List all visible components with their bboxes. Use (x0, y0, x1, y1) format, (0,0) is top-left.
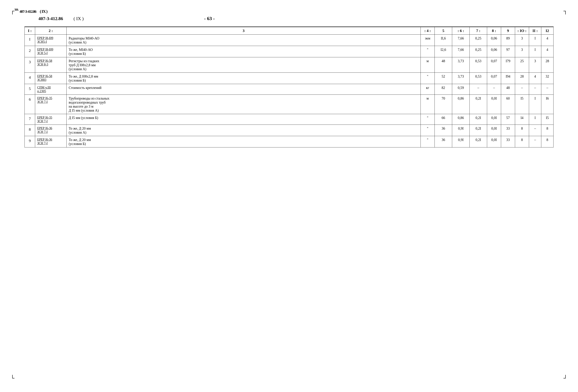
row-code: ЕРЕР I8-I09ЗСН5-I (35, 35, 67, 46)
row-val-7: 0,07 (487, 73, 501, 84)
row-val-6: 0,2I (470, 114, 487, 125)
row-val-10: – (529, 136, 541, 147)
row-number: 8 (25, 125, 35, 136)
row-val-9: 3 (515, 46, 529, 57)
header-code: 407-3-412.86 (39, 16, 63, 21)
row-description: Радиаторы MI40-АО (условия А) (67, 35, 421, 46)
row-val-11: 8 (541, 125, 554, 136)
row-number: 4 (25, 73, 35, 84)
row-description: То же, Д I08x2,8 мм (условия Б) (67, 73, 421, 84)
row-val-6: 0,53 (470, 73, 487, 84)
data-table: I : 2 : 3 : 4 : 5 : 6 : 7 : 8 : 9 : IO :… (24, 27, 554, 147)
row-val-5: 0,59 (452, 84, 470, 95)
col-header-7: 7 : (470, 27, 487, 35)
col-header-11: II : (529, 27, 541, 35)
row-val-5: 7,66 (452, 46, 470, 57)
row-val-9: 8 (515, 136, 529, 147)
row-val-8: 60 (501, 95, 515, 114)
row-number: 7 (25, 114, 35, 125)
row-description: То же, MI40-АО (условия Б) (67, 46, 421, 57)
col-header-4: : 4 : (421, 27, 435, 35)
row-val-11: 4 (541, 46, 554, 57)
row-unit: м (421, 95, 435, 114)
row-number: 6 (25, 95, 35, 114)
row-val-7: 0,06 (487, 46, 501, 57)
row-val-6: 0,2I (470, 136, 487, 147)
row-val-7: – (487, 84, 501, 95)
table-row: 6ЕРЕР I6-35ЗСН 7-IТрубопроводы из стальн… (25, 95, 554, 114)
row-code: ЕРЕР I6-36ЗСН 7-I (35, 125, 67, 136)
row-val-4: 36 (435, 125, 452, 136)
row-val-11: I5 (541, 114, 554, 125)
row-val-9: 8 (515, 125, 529, 136)
row-val-10: I (529, 46, 541, 57)
row-val-7: 0,0I (487, 95, 501, 114)
table-row: 4ЕРЕР I6-58ЗСН83То же, Д I08x2,8 мм (усл… (25, 73, 554, 84)
row-code: ЕРЕР I6-35ЗСН 7-I (35, 95, 67, 114)
row-val-10: – (529, 84, 541, 95)
row-val-9: 3 (515, 35, 529, 46)
row-val-4: 70 (435, 95, 452, 114)
row-val-8: 89 (501, 35, 515, 46)
row-val-10: I (529, 95, 541, 114)
row-val-11: 28 (541, 57, 554, 73)
corner-bottom-left: └ (10, 374, 14, 382)
row-val-9: I5 (515, 95, 529, 114)
row-val-10: I (529, 114, 541, 125)
row-val-8: 48 (501, 84, 515, 95)
row-val-9: 28 (515, 73, 529, 84)
table-row: 2ЕРЕР I8-I09ЗСН 5-IТо же, MI40-АО (услов… (25, 46, 554, 57)
row-description: То же, Д 20 мм (условия А) (67, 125, 421, 136)
row-val-7: 0,07 (487, 57, 501, 73)
row-val-6: 0,25 (470, 46, 487, 57)
row-unit: экм (421, 35, 435, 46)
row-val-11: – (541, 84, 554, 95)
col-header-6: : 6 : (452, 27, 470, 35)
row-val-6: 0,25 (470, 35, 487, 46)
row-val-4: 66 (435, 114, 452, 125)
row-description: Трубопроводы из стальных водогазопроводн… (67, 95, 421, 114)
row-val-8: 33 (501, 136, 515, 147)
table-row: 3ЕРЕР I6-58ЗСН 8-3Регистры из гладких тр… (25, 57, 554, 73)
row-val-8: 33 (501, 125, 515, 136)
table-row: 8ЕРЕР I6-36ЗСН 7-IТо же, Д 20 мм (услови… (25, 125, 554, 136)
row-val-8: I94 (501, 73, 515, 84)
row-val-11: I6 (541, 95, 554, 114)
row-val-5: 0,9I (452, 125, 470, 136)
column-header-row: I : 2 : 3 : 4 : 5 : 6 : 7 : 8 : 9 : IO :… (25, 27, 554, 35)
table-row: IЕРЕР I8-I09ЗСН5-IРадиаторы MI40-АО (усл… (25, 35, 554, 46)
main-table-container: I : 2 : 3 : 4 : 5 : 6 : 7 : 8 : 9 : IO :… (24, 27, 554, 147)
row-val-4: 36 (435, 136, 452, 147)
row-unit: " (421, 114, 435, 125)
row-val-9: – (515, 84, 529, 95)
corner-top-left: ┌т.п. 407-3-412.86 ( IX ) (10, 7, 47, 14)
row-val-5: 3,73 (452, 73, 470, 84)
header-page: - 63 - (204, 16, 215, 21)
row-code: ЕРЕР I6-36ЗСН 7-I (35, 136, 67, 147)
row-code: СПМ ч.IIIп.2305 (35, 84, 67, 95)
col-header-3: 3 (67, 27, 421, 35)
col-header-12: I2 (541, 27, 554, 35)
col-header-10: : IO : (515, 27, 529, 35)
row-val-6: 0,2I (470, 125, 487, 136)
row-description: Д I5 мм (условия Б) (67, 114, 421, 125)
table-row: 7ЕРЕР I6-35ЗСН 7-IД I5 мм (условия Б)"66… (25, 114, 554, 125)
row-number: 3 (25, 57, 35, 73)
row-description: Стоимость креплений (67, 84, 421, 95)
row-val-10: – (529, 125, 541, 136)
row-code: ЕРЕР I6-35ЗСН 7-I (35, 114, 67, 125)
col-header-1: I : (25, 27, 35, 35)
row-val-5: 7,66 (452, 35, 470, 46)
row-val-4: 52 (435, 73, 452, 84)
row-val-6: – (470, 84, 487, 95)
page: ┌т.п. 407-3-412.86 ( IX ) ┐ └ ┘ 407-3-41… (0, 0, 578, 392)
row-number: 5 (25, 84, 35, 95)
row-val-5: 0,9I (452, 136, 470, 147)
row-val-7: 0,0I (487, 114, 501, 125)
corner-top-right: ┐ (564, 7, 568, 14)
row-unit: кг (421, 84, 435, 95)
row-val-4: 82 (435, 84, 452, 95)
row-code: ЕРЕР I8-I09ЗСН 5-I (35, 46, 67, 57)
table-row: 9ЕРЕР I6-36ЗСН 7-IТо же, Д 20 мм (услови… (25, 136, 554, 147)
row-description: То же, Д 20 мм (условия Б) (67, 136, 421, 147)
